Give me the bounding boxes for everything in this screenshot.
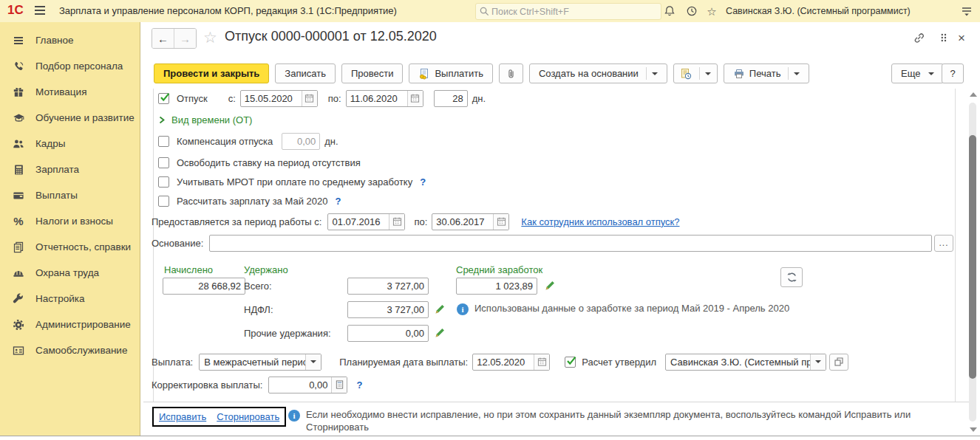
- print-button[interactable]: Печать: [724, 63, 810, 83]
- get-link-icon[interactable]: [911, 30, 927, 45]
- sidebar-item-hr[interactable]: Кадры: [0, 131, 140, 157]
- mrot-checkbox[interactable]: [158, 176, 169, 188]
- section-panel: Главное Подбор персонала Мотивация Обуче…: [0, 22, 140, 436]
- time-type-row: Вид времени (ОТ): [158, 111, 252, 128]
- calculator-icon[interactable]: [331, 377, 347, 393]
- scroll-up-arrow-icon[interactable]: [970, 92, 977, 97]
- sidebar-item-labor-safety[interactable]: Охрана труда: [0, 260, 140, 286]
- sidebar-item-administration[interactable]: Администрирование: [0, 312, 140, 337]
- create-on-base-button[interactable]: Создать на основании: [529, 63, 667, 83]
- paperclip-icon: [506, 68, 517, 80]
- ndfl-edit-pencil-icon[interactable]: [435, 303, 446, 314]
- more-actions-button[interactable]: Еще: [891, 63, 944, 83]
- sidebar-item-salary[interactable]: Зарплата: [0, 157, 140, 182]
- basis-select-button[interactable]: ...: [934, 235, 953, 252]
- search-input[interactable]: [490, 6, 641, 18]
- write-button[interactable]: Записать: [275, 63, 336, 83]
- avg-earnings-input[interactable]: 1 023,89: [456, 278, 537, 295]
- correction-help-icon[interactable]: ?: [356, 379, 362, 391]
- vacation-checkbox[interactable]: [158, 93, 169, 104]
- work-period-from-input[interactable]: 01.07.2016: [327, 213, 405, 230]
- release-rate-checkbox[interactable]: [158, 157, 169, 168]
- refresh-button[interactable]: [780, 267, 803, 287]
- sidebar-item-motivation[interactable]: Мотивация: [0, 79, 140, 105]
- planned-date-input[interactable]: 12.05.2020: [472, 354, 550, 371]
- forward-arrow-icon[interactable]: →: [174, 29, 196, 48]
- approved-checkbox[interactable]: [565, 357, 576, 368]
- attachments-button[interactable]: [499, 63, 523, 83]
- mrot-help-icon[interactable]: ?: [420, 176, 426, 188]
- add-to-favorites-star-icon[interactable]: ☆: [203, 28, 217, 47]
- approved-label: Расчет утвердил: [582, 357, 656, 368]
- dropdown-arrow-icon[interactable]: [305, 354, 321, 370]
- calendar-icon[interactable]: [389, 214, 404, 230]
- scroll-down-arrow-icon[interactable]: [970, 427, 977, 432]
- time-type-link[interactable]: Вид времени (ОТ): [171, 114, 252, 126]
- dropdown-arrow-icon: [646, 67, 658, 80]
- sidebar-item-settings[interactable]: Настройка: [0, 286, 140, 312]
- other-withholdings-input[interactable]: 0,00: [347, 325, 429, 342]
- reverse-link[interactable]: Сторнировать: [217, 411, 279, 422]
- vertical-scrollbar[interactable]: [968, 92, 978, 432]
- current-user[interactable]: Савинская З.Ю. (Системный программист): [726, 6, 911, 16]
- calendar-icon[interactable]: [493, 214, 508, 230]
- avg-earnings-edit-pencil-icon[interactable]: [545, 280, 556, 291]
- ndfl-input[interactable]: 3 727,00: [347, 301, 429, 318]
- nav-history-group: ← →: [152, 28, 197, 49]
- sidebar-item-taxes[interactable]: % Налоги и взносы: [0, 208, 140, 234]
- basis-input[interactable]: [209, 235, 932, 252]
- window-bottom-border: [0, 436, 980, 436]
- vacation-from-input[interactable]: 15.05.2020: [240, 90, 318, 107]
- calc-salary-help-icon[interactable]: ?: [335, 196, 341, 207]
- withheld-total-input[interactable]: 3 727,00: [347, 278, 429, 295]
- favorites-star-icon[interactable]: ☆: [704, 4, 719, 18]
- calendar-icon[interactable]: [534, 354, 549, 370]
- service-menu-icon[interactable]: [959, 4, 974, 18]
- more-dots-icon[interactable]: [936, 30, 952, 45]
- sidebar-item-label: Главное: [35, 35, 74, 46]
- calculator-icon: [10, 163, 27, 176]
- vacation-usage-link[interactable]: Как сотрудник использовал отпуск?: [521, 216, 679, 227]
- sidebar-item-main[interactable]: Главное: [0, 27, 140, 53]
- work-period-to-input[interactable]: 30.06.2017: [432, 213, 509, 230]
- scrollbar-thumb[interactable]: [969, 135, 976, 379]
- fix-link[interactable]: Исправить: [159, 411, 206, 422]
- withheld-label: Удержано: [244, 264, 288, 275]
- back-arrow-icon[interactable]: ←: [152, 29, 174, 48]
- sidebar-item-reports[interactable]: Отчетность, справки: [0, 234, 140, 260]
- open-approver-button[interactable]: [829, 354, 848, 371]
- other-withholdings-edit-pencil-icon[interactable]: [435, 327, 446, 338]
- refresh-icon: [786, 272, 797, 283]
- calendar-icon[interactable]: [407, 91, 423, 106]
- main-menu-icon[interactable]: [34, 5, 46, 18]
- accrued-input[interactable]: 28 668,92: [163, 278, 245, 295]
- sidebar-item-training[interactable]: Обучение и развитие: [0, 105, 140, 131]
- sidebar-item-recruiting[interactable]: Подбор персонала: [0, 53, 140, 79]
- compensation-checkbox[interactable]: [158, 136, 169, 147]
- close-icon[interactable]: ×: [953, 30, 970, 45]
- sidebar-item-payments[interactable]: Выплаты: [0, 182, 140, 208]
- dropdown-arrow-icon[interactable]: [810, 354, 826, 370]
- more-actions-label: Еще: [901, 68, 920, 79]
- basis-label: Основание:: [152, 238, 203, 249]
- calc-salary-checkbox[interactable]: [158, 196, 169, 207]
- document-journal-button[interactable]: [673, 63, 718, 83]
- history-icon[interactable]: [684, 4, 699, 18]
- 1c-logo-icon[interactable]: 1С: [7, 3, 24, 18]
- people-icon: [10, 137, 27, 151]
- phone-icon: [10, 60, 27, 73]
- payment-method-select[interactable]: В межрасчетный период: [199, 354, 321, 371]
- vacation-to-input[interactable]: 11.06.2020: [346, 90, 423, 107]
- sidebar-item-self-service[interactable]: Самообслуживание: [0, 337, 140, 363]
- post-button[interactable]: Провести: [341, 63, 404, 83]
- payment-row: Выплата: В межрасчетный период Планируем…: [152, 353, 848, 371]
- correction-input[interactable]: 0,00: [268, 377, 347, 393]
- global-search[interactable]: [475, 3, 661, 20]
- help-button[interactable]: ?: [942, 63, 964, 83]
- approver-select[interactable]: Савинская З.Ю. (Системный прс: [665, 354, 826, 371]
- notifications-bell-icon[interactable]: [662, 4, 677, 18]
- calendar-icon[interactable]: [302, 91, 317, 106]
- pay-button[interactable]: Выплатить: [409, 63, 493, 83]
- post-and-close-button[interactable]: Провести и закрыть: [154, 63, 269, 83]
- vacation-days-input[interactable]: 28: [434, 90, 468, 107]
